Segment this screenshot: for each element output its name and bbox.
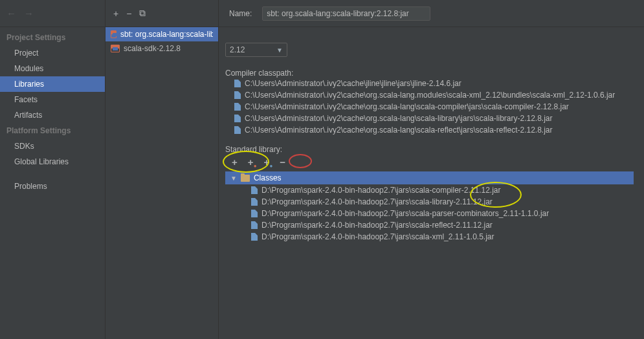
jar-icon	[251, 198, 258, 206]
sidebar-item-global-libraries[interactable]: Global Libraries	[0, 154, 105, 170]
sidebar-item-sdks[interactable]: SDKs	[0, 138, 105, 154]
library-list-item[interactable]: sbt: org.scala-lang:scala-library:2.12.8…	[105, 27, 218, 41]
version-combo[interactable]: 2.12 ▼	[225, 43, 287, 57]
folder-icon	[241, 175, 250, 182]
class-text: D:\Program\spark-2.4.0-bin-hadoop2.7\jar…	[261, 186, 501, 195]
nav-arrows: ← →	[0, 0, 105, 27]
jar-icon	[234, 103, 241, 111]
classpath-text: C:\Users\Administrator\.ivy2\cache\org.s…	[245, 91, 615, 100]
forward-arrow[interactable]: →	[24, 8, 34, 19]
name-input[interactable]	[262, 6, 430, 21]
classpath-row[interactable]: C:\Users\Administrator\.ivy2\cache\org.s…	[225, 124, 634, 136]
library-toolbar: + − ⧉	[105, 0, 219, 27]
classpath-row[interactable]: C:\Users\Administrator\.ivy2\cache\org.s…	[225, 89, 634, 101]
class-row[interactable]: D:\Program\spark-2.4.0-bin-hadoop2.7\jar…	[225, 231, 634, 243]
jar-icon	[251, 221, 258, 229]
sidebar-item-modules[interactable]: Modules	[0, 61, 105, 76]
jar-icon	[251, 210, 258, 217]
classes-tree: ▼ Classes D:\Program\spark-2.4.0-bin-had…	[225, 171, 634, 243]
sidebar-item-project[interactable]: Project	[0, 45, 105, 61]
jar-icon	[251, 233, 258, 241]
annotation-ellipse-red	[289, 154, 312, 168]
class-text: D:\Program\spark-2.4.0-bin-hadoop2.7\jar…	[261, 209, 549, 218]
class-text: D:\Program\spark-2.4.0-bin-hadoop2.7\jar…	[261, 221, 493, 230]
class-text: D:\Program\spark-2.4.0-bin-hadoop2.7\jar…	[261, 197, 493, 206]
classpath-row[interactable]: C:\Users\Administrator\.ivy2\cache\org.s…	[225, 101, 634, 113]
back-arrow[interactable]: ←	[6, 8, 16, 19]
sidebar-item-libraries[interactable]: Libraries	[0, 76, 105, 92]
classpath-text: C:\Users\Administrator\.ivy2\cache\jline…	[245, 79, 461, 88]
classpath-row[interactable]: C:\Users\Administrator\.ivy2\cache\org.s…	[225, 113, 634, 124]
remove-icon[interactable]: −	[126, 8, 131, 19]
class-text: D:\Program\spark-2.4.0-bin-hadoop2.7\jar…	[261, 232, 494, 241]
annotation-ellipse-yellow	[223, 151, 269, 173]
remove-button[interactable]: −	[280, 157, 285, 168]
jar-icon	[234, 80, 241, 87]
jar-icon	[234, 115, 241, 122]
library-list-label: sbt: org.scala-lang:scala-library:2.12.8…	[120, 30, 213, 39]
jar-icon	[234, 91, 241, 99]
sidebar-heading-platform: Platform Settings	[0, 123, 105, 138]
sidebar-item-artifacts[interactable]: Artifacts	[0, 107, 105, 123]
library-icon	[111, 45, 120, 52]
sidebar-item-problems[interactable]: Problems	[0, 179, 105, 194]
library-list: sbt: org.scala-lang:scala-library:2.12.8…	[105, 27, 219, 339]
name-label: Name:	[229, 9, 252, 18]
chevron-down-icon: ▼	[276, 47, 283, 54]
classpath-text: C:\Users\Administrator\.ivy2\cache\org.s…	[245, 102, 569, 111]
add-button[interactable]: +	[232, 157, 238, 168]
library-list-item[interactable]: scala-sdk-2.12.8	[105, 41, 218, 56]
classpath-row[interactable]: C:\Users\Administrator\.ivy2\cache\jline…	[225, 78, 634, 89]
compiler-classpath-label: Compiler classpath:	[225, 69, 634, 78]
jar-icon	[234, 126, 241, 134]
detail-panel: 2.12 ▼ Compiler classpath: C:\Users\Admi…	[219, 27, 644, 339]
add-icon[interactable]: +	[113, 8, 118, 19]
version-value: 2.12	[230, 45, 245, 54]
top-bar: ← → + − ⧉ Name:	[0, 0, 644, 27]
sidebar-heading-project: Project Settings	[0, 30, 105, 45]
classpath-text: C:\Users\Administrator\.ivy2\cache\org.s…	[245, 126, 553, 135]
stdlib-toolbar: + +● +● −	[225, 154, 634, 170]
class-row[interactable]: D:\Program\spark-2.4.0-bin-hadoop2.7\jar…	[225, 208, 634, 219]
settings-sidebar: Project Settings Project Modules Librari…	[0, 27, 105, 339]
expand-icon: ▼	[230, 175, 237, 182]
jar-icon	[251, 186, 258, 194]
library-list-label: scala-sdk-2.12.8	[124, 44, 181, 53]
library-icon	[111, 30, 117, 38]
classes-node[interactable]: ▼ Classes	[225, 171, 634, 184]
class-row[interactable]: D:\Program\spark-2.4.0-bin-hadoop2.7\jar…	[225, 196, 634, 208]
class-row[interactable]: D:\Program\spark-2.4.0-bin-hadoop2.7\jar…	[225, 219, 634, 231]
classes-label: Classes	[254, 173, 282, 182]
sidebar-item-facets[interactable]: Facets	[0, 92, 105, 107]
copy-icon[interactable]: ⧉	[139, 8, 146, 19]
standard-library-label: Standard library:	[225, 145, 634, 154]
class-row[interactable]: D:\Program\spark-2.4.0-bin-hadoop2.7\jar…	[225, 184, 634, 196]
name-area: Name:	[219, 0, 644, 27]
add-blue-button[interactable]: +●	[264, 157, 270, 168]
classpath-text: C:\Users\Administrator\.ivy2\cache\org.s…	[245, 114, 553, 123]
add-orange-button[interactable]: +●	[248, 157, 254, 168]
